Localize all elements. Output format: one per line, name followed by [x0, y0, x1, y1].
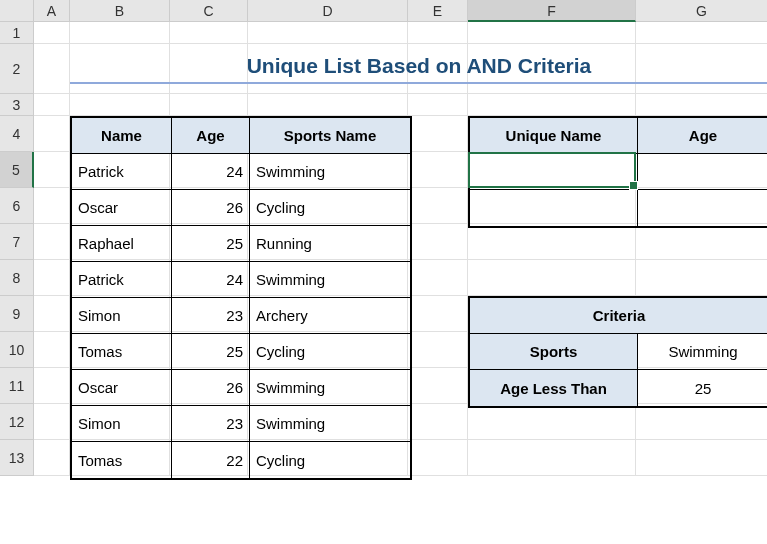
cell-name[interactable]: Simon: [72, 298, 172, 334]
col-header-e[interactable]: E: [408, 0, 468, 22]
table-row: Oscar 26 Swimming: [72, 370, 410, 406]
col-header-a[interactable]: A: [34, 0, 70, 22]
criteria-value-sports[interactable]: Swimming: [638, 334, 767, 370]
table-row: Tomas 25 Cycling: [72, 334, 410, 370]
table-row: Patrick 24 Swimming: [72, 262, 410, 298]
row-header-9[interactable]: 9: [0, 296, 34, 332]
cell-age[interactable]: 26: [172, 370, 250, 406]
row-header-11[interactable]: 11: [0, 368, 34, 404]
cell-name[interactable]: Oscar: [72, 190, 172, 226]
cell-unique-name[interactable]: [470, 154, 638, 190]
cell-unique-name[interactable]: [470, 190, 638, 226]
cell-sport[interactable]: Cycling: [250, 190, 410, 226]
cell-name[interactable]: Patrick: [72, 154, 172, 190]
row-header-10[interactable]: 10: [0, 332, 34, 368]
cell-age[interactable]: 25: [172, 226, 250, 262]
criteria-title[interactable]: Criteria: [470, 298, 767, 334]
col-header-d[interactable]: D: [248, 0, 408, 22]
row-header-5[interactable]: 5: [0, 152, 34, 188]
page-title: Unique List Based on AND Criteria: [70, 54, 767, 84]
row-header-3[interactable]: 3: [0, 94, 34, 116]
header-age[interactable]: Age: [172, 118, 250, 154]
cell-age[interactable]: 23: [172, 406, 250, 442]
table-row: Simon 23 Archery: [72, 298, 410, 334]
row-header-8[interactable]: 8: [0, 260, 34, 296]
cell-unique-age[interactable]: [638, 154, 767, 190]
cell-sport[interactable]: Cycling: [250, 334, 410, 370]
col-header-c[interactable]: C: [170, 0, 248, 22]
row-header-6[interactable]: 6: [0, 188, 34, 224]
row-header-13[interactable]: 13: [0, 440, 34, 476]
cell-sport[interactable]: Swimming: [250, 262, 410, 298]
spreadsheet: A B C D E F G 1 2 3 4 5 6 7 8 9 10 11 12…: [0, 0, 767, 544]
header-unique-age[interactable]: Age: [638, 118, 767, 154]
cell-grid[interactable]: Unique List Based on AND Criteria Name A…: [34, 22, 767, 476]
row-header-7[interactable]: 7: [0, 224, 34, 260]
cell-age[interactable]: 26: [172, 190, 250, 226]
cell-name[interactable]: Tomas: [72, 334, 172, 370]
criteria-table: Criteria Sports Swimming Age Less Than 2…: [468, 296, 767, 408]
col-header-g[interactable]: G: [636, 0, 767, 22]
header-sport[interactable]: Sports Name: [250, 118, 410, 154]
cell-sport[interactable]: Swimming: [250, 370, 410, 406]
row-header-2[interactable]: 2: [0, 44, 34, 94]
criteria-label-age[interactable]: Age Less Than: [470, 370, 638, 406]
table-row: Tomas 22 Cycling: [72, 442, 410, 478]
table-row: Sports Swimming: [470, 334, 767, 370]
table-row: Simon 23 Swimming: [72, 406, 410, 442]
cell-unique-age[interactable]: [638, 190, 767, 226]
row-headers: 1 2 3 4 5 6 7 8 9 10 11 12 13: [0, 22, 34, 476]
select-all-corner[interactable]: [0, 0, 34, 22]
cell-name[interactable]: Tomas: [72, 442, 172, 478]
table-row: [470, 190, 767, 226]
header-name[interactable]: Name: [72, 118, 172, 154]
cell-age[interactable]: 24: [172, 154, 250, 190]
table-row: Patrick 24 Swimming: [72, 154, 410, 190]
cell-name[interactable]: Raphael: [72, 226, 172, 262]
header-unique-name[interactable]: Unique Name: [470, 118, 638, 154]
cell-name[interactable]: Simon: [72, 406, 172, 442]
criteria-value-age[interactable]: 25: [638, 370, 767, 406]
row-header-4[interactable]: 4: [0, 116, 34, 152]
criteria-label-sports[interactable]: Sports: [470, 334, 638, 370]
data-table: Name Age Sports Name Patrick 24 Swimming…: [70, 116, 412, 480]
cell-sport[interactable]: Swimming: [250, 154, 410, 190]
cell-age[interactable]: 22: [172, 442, 250, 478]
unique-table: Unique Name Age: [468, 116, 767, 228]
cell-name[interactable]: Oscar: [72, 370, 172, 406]
cell-age[interactable]: 25: [172, 334, 250, 370]
cell-age[interactable]: 23: [172, 298, 250, 334]
table-row: [470, 154, 767, 190]
row-header-12[interactable]: 12: [0, 404, 34, 440]
table-row: Raphael 25 Running: [72, 226, 410, 262]
col-header-f[interactable]: F: [468, 0, 636, 22]
column-headers: A B C D E F G: [34, 0, 767, 22]
row-header-1[interactable]: 1: [0, 22, 34, 44]
cell-sport[interactable]: Running: [250, 226, 410, 262]
table-row: Age Less Than 25: [470, 370, 767, 406]
cell-age[interactable]: 24: [172, 262, 250, 298]
cell-sport[interactable]: Archery: [250, 298, 410, 334]
table-row: Oscar 26 Cycling: [72, 190, 410, 226]
cell-sport[interactable]: Cycling: [250, 442, 410, 478]
cell-name[interactable]: Patrick: [72, 262, 172, 298]
cell-sport[interactable]: Swimming: [250, 406, 410, 442]
col-header-b[interactable]: B: [70, 0, 170, 22]
